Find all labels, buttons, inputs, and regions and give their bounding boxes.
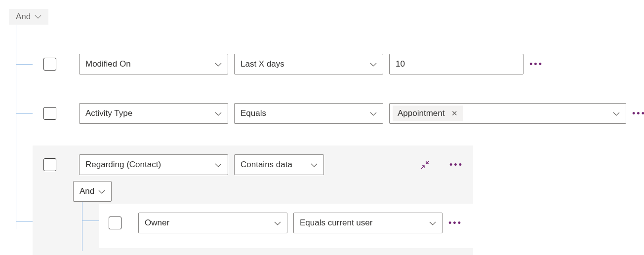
chevron-down-icon: [613, 109, 620, 118]
row-actions-button[interactable]: •••: [632, 109, 644, 119]
row-actions-button[interactable]: •••: [448, 218, 462, 228]
field-label: Owner: [145, 218, 169, 228]
chevron-down-icon: [274, 218, 281, 228]
tree-line-horizontal: [16, 64, 33, 65]
operator-label: Equals current user: [300, 218, 372, 228]
chevron-down-icon: [215, 109, 222, 118]
row-checkbox[interactable]: [43, 158, 56, 171]
entity-operator-label: Contains data: [241, 160, 292, 170]
condition-row: Modified On Last X days 10 •••: [43, 54, 543, 74]
group-header: Regarding (Contact) Contains data •••: [43, 154, 473, 181]
value-tag: Appointment ✕: [393, 106, 463, 121]
chevron-down-icon: [98, 186, 105, 196]
tree-line-vertical: [16, 25, 16, 229]
operator-label: Equals: [241, 109, 266, 118]
entity-operator-dropdown[interactable]: Contains data: [234, 154, 324, 175]
field-dropdown[interactable]: Activity Type: [79, 103, 228, 124]
tree-line-horizontal: [82, 220, 99, 221]
group-actions-button[interactable]: •••: [449, 160, 463, 170]
value-input[interactable]: 10: [389, 54, 523, 74]
operator-label: Last X days: [241, 59, 284, 69]
chevron-down-icon: [215, 160, 222, 170]
value-text: 10: [396, 59, 405, 69]
row-checkbox[interactable]: [109, 217, 121, 229]
tree-line-horizontal: [16, 113, 33, 114]
row-actions-button[interactable]: •••: [529, 59, 543, 70]
field-dropdown[interactable]: Modified On: [79, 54, 228, 74]
tree-line-vertical: [82, 202, 82, 251]
operator-dropdown[interactable]: Last X days: [234, 54, 383, 74]
row-checkbox[interactable]: [43, 58, 56, 71]
operator-dropdown[interactable]: Equals current user: [293, 213, 443, 233]
chevron-down-icon: [370, 59, 377, 69]
root-operator-dropdown[interactable]: And: [9, 9, 48, 25]
chevron-down-icon: [429, 218, 436, 228]
row-checkbox[interactable]: [43, 107, 56, 120]
group-operator-label: And: [80, 186, 94, 196]
field-label: Modified On: [85, 59, 131, 69]
field-dropdown[interactable]: Owner: [138, 213, 287, 233]
operator-dropdown[interactable]: Equals: [234, 103, 383, 124]
nested-condition-container: Owner Equals current user •••: [99, 204, 473, 248]
chevron-down-icon: [311, 160, 318, 170]
related-entity-dropdown[interactable]: Regarding (Contact): [79, 154, 228, 175]
related-entity-group: Regarding (Contact) Contains data •••: [33, 146, 473, 255]
chevron-down-icon: [370, 109, 377, 118]
tree-line-horizontal: [16, 221, 33, 222]
chevron-down-icon: [215, 59, 222, 69]
condition-row: Activity Type Equals Appointment ✕ •••: [43, 103, 644, 124]
group-operator-dropdown[interactable]: And: [73, 181, 112, 202]
root-operator-label: And: [16, 12, 31, 22]
tag-remove-button[interactable]: ✕: [451, 109, 458, 118]
value-tagbox[interactable]: Appointment ✕: [389, 103, 626, 124]
tag-label: Appointment: [398, 109, 444, 118]
chevron-down-icon: [35, 15, 41, 19]
collapse-icon[interactable]: [421, 160, 430, 169]
field-label: Activity Type: [85, 109, 132, 118]
entity-label: Regarding (Contact): [85, 160, 161, 170]
